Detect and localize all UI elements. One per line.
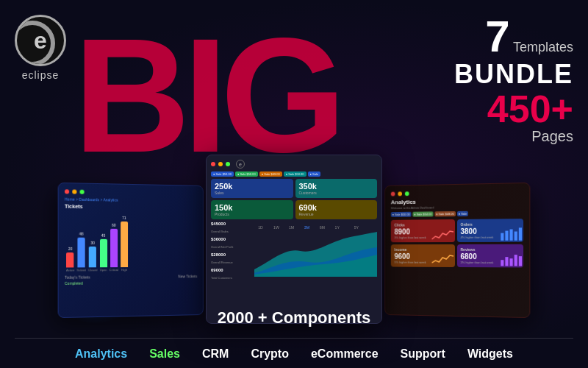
desc-28000: Overall Revenue — [211, 261, 251, 264]
income-sparkline — [431, 251, 453, 266]
right-dot-yellow — [398, 191, 402, 196]
right-badge-3: ● Sale $49.00 — [434, 211, 455, 216]
bundle-info: 7 Templates BUNDLE 450+ Pages — [454, 15, 573, 145]
right-stat-cards: Clicks 8900 3% higher than last week Ord… — [391, 219, 523, 267]
reviews-sparkline — [499, 251, 522, 266]
nav-widgets[interactable]: Widgets — [467, 347, 513, 361]
dot-green — [80, 190, 85, 194]
svg-rect-9 — [510, 229, 513, 240]
center-chart-labels: $45000 Overall Sales $36000 Overall Net … — [211, 222, 251, 280]
svg-rect-12 — [501, 260, 503, 266]
pages-count: 450+ — [454, 90, 573, 128]
nav-analytics[interactable]: Analytics — [75, 347, 127, 361]
svg-rect-7 — [501, 233, 503, 241]
bundle-count: 7 — [485, 12, 509, 61]
dashboard-left: Home > Dashboards > Analytics Tickets 20… — [58, 183, 204, 318]
nav-ecommerce[interactable]: eCommerce — [311, 347, 379, 361]
center-sale-badges: ● Sale $50.00 ● Sale $50.00 ● Sale $49.0… — [211, 171, 377, 177]
center-dash-nav: e — [211, 160, 377, 169]
right-sale-badges: ● Sale $50.00 ● Sale $54.00 ● Sale $49.0… — [391, 210, 523, 217]
desc-45000: Overall Sales — [211, 230, 251, 233]
stat-customers-value: 350k — [299, 182, 374, 191]
nav-support[interactable]: Support — [401, 347, 445, 361]
left-dash-bottom: Today's Tickets New Tickets — [65, 274, 197, 280]
svg-text:6M: 6M — [320, 225, 325, 230]
svg-rect-8 — [505, 231, 508, 241]
logo-area: e eclipse — [15, 15, 66, 81]
svg-text:3M: 3M — [304, 225, 309, 230]
today-tickets-label: Today's Tickets — [65, 275, 90, 279]
sale-badge-3: ● Sale $49.00 — [259, 171, 282, 177]
svg-text:1M: 1M — [289, 225, 294, 230]
label-28000: $28000 — [211, 252, 251, 257]
bottom-nav[interactable]: Analytics Sales CRM Crypto eCommerce Sup… — [0, 347, 588, 361]
label-45000: $45000 — [211, 222, 251, 226]
screenshots-container: Home > Dashboards > Analytics Tickets 20… — [0, 155, 588, 324]
area-chart-svg: 1D 1W 1M 3M 6M 1Y 5Y — [254, 222, 377, 277]
nav-crm[interactable]: CRM — [202, 347, 229, 361]
svg-rect-14 — [510, 258, 513, 266]
left-breadcrumb: Home > Dashboards > Analytics — [65, 197, 197, 203]
stat-revenue-value: 690k — [299, 203, 374, 212]
left-bar-chart: 20 Active 48 Solved 30 Closed 45 Open 60 — [65, 212, 197, 272]
left-section-title: Tickets — [65, 204, 197, 210]
left-dash-nav — [65, 189, 197, 196]
orders-sparkline — [499, 225, 522, 241]
pages-label: Pages — [454, 128, 573, 145]
sale-badge-2: ● Sale $50.00 — [235, 171, 258, 177]
bar-high: 71 High — [121, 216, 128, 272]
right-badge-4: ● Sale — [457, 211, 468, 216]
svg-rect-16 — [519, 256, 522, 266]
stat-reviews: Reviews 6800 3% higher than last week — [456, 244, 523, 268]
right-dot-green — [405, 191, 409, 196]
clicks-sparkline — [431, 226, 453, 241]
stat-clicks: Clicks 8900 3% higher than last week — [391, 219, 455, 242]
nav-crypto[interactable]: Crypto — [251, 347, 289, 361]
bottom-divider — [15, 338, 573, 339]
components-text: 2000 + Components — [218, 308, 370, 328]
svg-rect-13 — [505, 257, 508, 266]
svg-text:1Y: 1Y — [335, 225, 340, 230]
svg-text:1W: 1W — [273, 225, 279, 230]
desc-36000: Overall Net Profit — [211, 245, 251, 249]
center-area-chart: 1D 1W 1M 3M 6M 1Y 5Y — [254, 222, 377, 280]
stat-customers: 350k Customers — [295, 179, 378, 198]
stat-customers-label: Customers — [299, 191, 374, 195]
logo-name: eclipse — [22, 69, 60, 81]
center-dot-green — [226, 162, 230, 166]
new-tickets-label: New Tickets — [178, 274, 197, 278]
templates-label: Templates — [513, 40, 573, 54]
right-dash-nav — [391, 189, 523, 196]
svg-rect-10 — [514, 232, 517, 241]
stat-revenue: 690k Revenue — [295, 200, 378, 219]
sale-badge-5: ● Sale — [308, 171, 321, 177]
desc-69000: Total Customers — [211, 276, 251, 280]
bar-critical: 60 Critical — [110, 223, 118, 272]
right-badge-1: ● Sale $50.00 — [391, 212, 412, 217]
logo-symbol: e — [34, 27, 47, 54]
dot-yellow — [72, 189, 76, 194]
bar-solved: 48 Solved — [76, 232, 86, 272]
center-stat-cards: 250k Sales 350k Customers 150k Products … — [211, 179, 377, 219]
stat-sales-label: Sales — [215, 191, 290, 195]
stat-sales: 250k Sales — [211, 179, 293, 198]
stat-sales-value: 250k — [215, 182, 290, 191]
bar-closed: 30 Closed — [88, 241, 98, 272]
dot-red — [65, 189, 69, 194]
bundle-label: BUNDLE — [454, 59, 573, 90]
center-logo: e — [236, 160, 245, 169]
stat-products-label: Products — [215, 212, 290, 216]
sale-badge-1: ● Sale $50.00 — [211, 171, 234, 177]
center-dot-red — [211, 162, 215, 166]
bar-open: 45 Open — [100, 233, 107, 272]
completed-label: Completed — [65, 280, 197, 286]
svg-text:5Y: 5Y — [354, 225, 359, 230]
label-36000: $36000 — [211, 237, 251, 241]
svg-rect-15 — [514, 255, 517, 266]
label-69000: 69000 — [211, 268, 251, 272]
nav-sales[interactable]: Sales — [149, 347, 180, 361]
stat-products: 150k Products — [211, 200, 293, 219]
stat-revenue-label: Revenue — [299, 212, 374, 216]
stat-income: Income 9600 5% higher than last week — [391, 244, 455, 267]
svg-text:1D: 1D — [258, 225, 263, 230]
